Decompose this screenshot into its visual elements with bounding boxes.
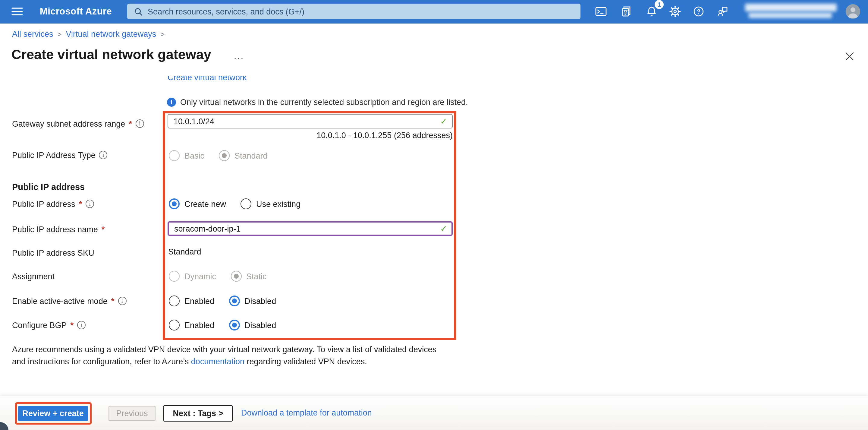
required-marker: * [111,296,115,306]
search-input[interactable] [148,7,581,16]
info-tooltip-icon[interactable]: i [86,200,94,208]
breadcrumb-virtual-network-gateways[interactable]: Virtual network gateways [66,30,156,38]
next-tags-button[interactable]: Next : Tags > [163,405,233,422]
breadcrumb-separator: > [58,30,62,38]
label-configure-bgp: Configure BGP * i [12,320,86,331]
label-public-ip-name: Public IP address name * [12,224,104,235]
info-tooltip-icon[interactable]: i [118,297,126,305]
public-ip-name-input[interactable] [167,221,453,236]
radio-option-standard: Standard [219,150,268,161]
azure-portal-window: Microsoft Azure 1 ? [0,0,868,430]
subnet-range-helper: 10.0.1.0 - 10.0.1.255 (256 addresses) [167,131,453,140]
radio-option-dynamic: Dynamic [169,271,216,282]
account-info-blurred[interactable] [745,2,838,21]
radio-option-enabled[interactable]: Enabled [169,320,214,331]
radio-option-create-new[interactable]: Create new [169,198,226,209]
wizard-footer: Review + create Previous Next : Tags > D… [0,396,868,430]
info-icon: i [167,98,176,107]
page-title: Create virtual network gateway [11,47,211,63]
radio-option-disabled[interactable]: Disabled [229,320,276,331]
breadcrumb: All services > Virtual network gateways … [12,30,164,38]
radio-selected[interactable] [169,198,180,209]
radio-option-disabled[interactable]: Disabled [229,295,276,306]
radio-selected-disabled [219,150,230,161]
previous-button: Previous [108,406,156,421]
svg-text:?: ? [697,8,701,15]
label-public-ip-type: Public IP Address Type i [12,149,107,161]
label-public-ip: Public IP address * i [12,198,94,209]
required-marker: * [70,320,74,329]
download-template-link[interactable]: Download a template for automation [241,408,372,417]
radio-option-basic: Basic [169,150,204,161]
radio-option-enabled[interactable]: Enabled [169,295,214,306]
public-ip-type-radio-group: Basic Standard [169,150,268,161]
radio-unselected[interactable] [241,198,251,209]
radio-option-use-existing[interactable]: Use existing [241,198,301,209]
notifications-bell-icon[interactable]: 1 [643,2,661,21]
breadcrumb-all-services[interactable]: All services [12,30,53,38]
radio-selected-disabled [230,271,241,282]
notification-badge: 1 [655,0,664,9]
section-header-public-ip: Public IP address [12,182,85,192]
create-virtual-network-link[interactable]: Create virtual network [167,76,247,82]
hamburger-menu-icon[interactable] [8,2,26,21]
top-bar: Microsoft Azure 1 ? [0,0,868,24]
info-banner-text: Only virtual networks in the currently s… [180,98,468,107]
vpn-device-note: Azure recommends using a validated VPN d… [12,344,447,368]
more-menu-icon[interactable]: ... [234,51,244,61]
documentation-link[interactable]: documentation [191,357,244,366]
label-public-ip-sku: Public IP address SKU [12,247,94,258]
info-tooltip-icon[interactable]: i [99,151,107,159]
radio-selected[interactable] [229,295,240,306]
public-ip-radio-group: Create new Use existing [169,198,301,209]
info-banner: i Only virtual networks in the currently… [167,98,468,107]
active-active-radio-group: Enabled Disabled [169,295,276,306]
label-active-active: Enable active-active mode * i [12,295,126,306]
radio-unselected[interactable] [169,320,180,331]
breadcrumb-separator: > [160,30,164,38]
gateway-subnet-field: ✓ [167,114,453,128]
public-ip-sku-value: Standard [168,247,201,256]
required-marker: * [101,225,105,234]
review-create-button[interactable]: Review + create [18,406,88,421]
label-gateway-subnet: Gateway subnet address range * i [12,118,144,129]
close-icon[interactable] [843,50,856,63]
radio-selected[interactable] [229,320,240,331]
info-tooltip-icon[interactable]: i [77,321,86,329]
settings-gear-icon[interactable] [666,2,684,21]
info-tooltip-icon[interactable]: i [135,119,144,128]
radio-unselected-disabled [169,150,180,161]
directory-filter-icon[interactable] [617,2,635,21]
global-search[interactable] [127,4,581,19]
feedback-icon[interactable] [714,2,732,21]
radio-option-static: Static [230,271,267,282]
form-scroll-area[interactable]: Create virtual network i Only virtual ne… [0,76,868,396]
public-ip-name-field: ✓ [167,221,453,236]
cloud-shell-icon[interactable] [592,2,610,21]
required-marker: * [79,199,82,208]
required-marker: * [129,119,132,128]
brand-logo[interactable]: Microsoft Azure [40,0,112,23]
bgp-radio-group: Enabled Disabled [169,320,276,331]
account-directory-redacted [749,13,832,18]
avatar[interactable] [846,4,860,19]
label-assignment: Assignment [12,271,55,282]
radio-unselected[interactable] [169,295,180,306]
gateway-subnet-input[interactable] [167,114,453,128]
radio-unselected-disabled [169,271,180,282]
search-icon [134,7,143,16]
assignment-radio-group: Dynamic Static [169,271,267,282]
help-icon[interactable]: ? [689,2,708,21]
account-name-redacted [745,4,837,11]
